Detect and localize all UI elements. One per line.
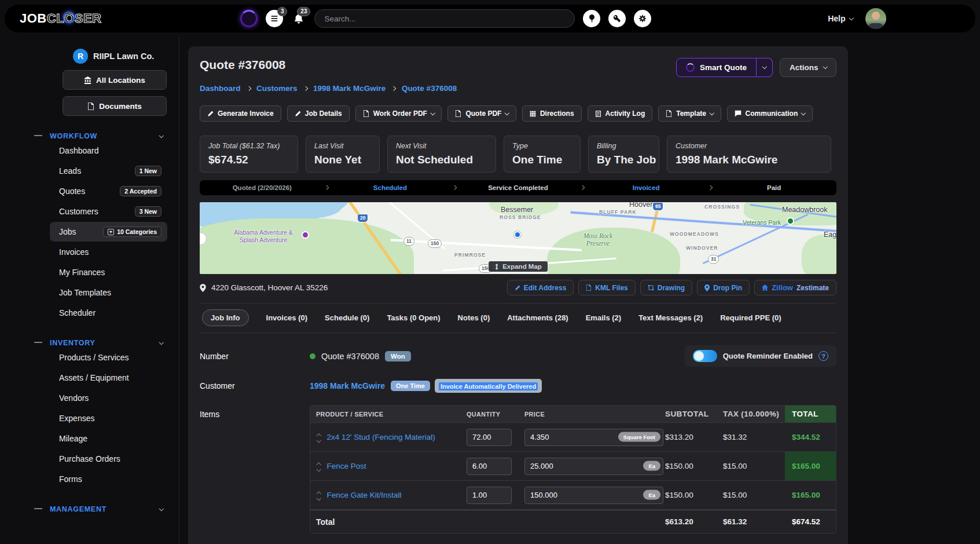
- breadcrumb-quote[interactable]: Quote #376008: [402, 84, 457, 93]
- section-workflow[interactable]: WORKFLOW: [50, 132, 167, 140]
- toolbar: Generate Invoice Job Details Work Order …: [200, 105, 836, 122]
- sidebar-item-my-finances[interactable]: My Finances: [50, 262, 167, 282]
- sidebar-item-assets-equipment[interactable]: Assets / Equipment: [50, 368, 167, 388]
- map-label: Bessemer: [501, 206, 533, 214]
- smart-quote-main[interactable]: Smart Quote: [676, 58, 757, 77]
- quantity-input[interactable]: [467, 487, 512, 504]
- document-icon: [87, 103, 94, 110]
- pipeline-paid[interactable]: Paid: [711, 184, 836, 191]
- chevron-right-icon: [246, 86, 251, 91]
- sidebar-item-products-services[interactable]: Products / Services: [50, 348, 167, 367]
- sidebar-item-invoices[interactable]: Invoices: [50, 242, 167, 262]
- job-location-marker[interactable]: [514, 231, 521, 238]
- tab-required-ppe[interactable]: Required PPE (0): [720, 310, 781, 326]
- tab-invoices[interactable]: Invoices (0): [266, 310, 308, 326]
- zillow-zestimate-button[interactable]: Zillow Zestimate: [754, 280, 836, 295]
- customer-link[interactable]: 1998 Mark McGwire: [310, 381, 385, 390]
- quote-pdf-button[interactable]: Quote PDF: [447, 105, 516, 122]
- kml-files-button[interactable]: KML Files: [578, 280, 635, 295]
- breadcrumb-dashboard[interactable]: Dashboard: [200, 84, 241, 93]
- reorder-handle[interactable]: [316, 491, 321, 499]
- directions-button[interactable]: Directions: [522, 105, 582, 122]
- queue-button[interactable]: 3: [266, 10, 283, 27]
- pipeline-scheduled[interactable]: Scheduled: [328, 184, 453, 191]
- recording-ring-icon[interactable]: [240, 10, 258, 27]
- product-link[interactable]: Fence Post: [327, 462, 366, 470]
- tab-emails[interactable]: Emails (2): [586, 310, 621, 326]
- sidebar-item-expenses[interactable]: Expenses: [50, 408, 167, 428]
- pipeline-invoiced[interactable]: Invoiced: [583, 184, 709, 191]
- settings-button[interactable]: [634, 10, 651, 27]
- quote-reminder-toggle[interactable]: [693, 350, 717, 362]
- navbar-right: Help: [828, 8, 886, 29]
- breadcrumb-customers[interactable]: Customers: [256, 84, 298, 93]
- key-button[interactable]: [608, 10, 626, 27]
- price-input[interactable]: [524, 458, 663, 475]
- smart-quote-button[interactable]: Smart Quote: [676, 58, 773, 77]
- notifications-button[interactable]: 23: [291, 10, 306, 27]
- park-icon[interactable]: [787, 217, 794, 225]
- drop-pin-button[interactable]: Drop Pin: [697, 280, 750, 295]
- lightbulb-button[interactable]: [583, 10, 600, 27]
- sidebar-item-purchase-orders[interactable]: Purchase Orders: [50, 449, 167, 469]
- app-logo[interactable]: JOBCLOSER: [20, 11, 101, 26]
- reorder-handle[interactable]: [316, 462, 321, 470]
- chevron-down-icon: [431, 111, 435, 115]
- activity-log-button[interactable]: Activity Log: [588, 105, 653, 122]
- sidebar-item-customers[interactable]: Customers3 New: [50, 202, 167, 221]
- documents-button[interactable]: Documents: [63, 96, 167, 116]
- tab-text-messages[interactable]: Text Messages (2): [638, 310, 703, 326]
- tab-tasks[interactable]: Tasks (0 Open): [387, 310, 440, 326]
- road-shield: 11: [403, 237, 414, 246]
- attraction-icon[interactable]: [302, 231, 309, 239]
- sidebar-item-job-templates[interactable]: Job Templates: [50, 283, 167, 302]
- pipeline-service-completed[interactable]: Service Completed: [456, 184, 581, 191]
- search-input[interactable]: [314, 9, 575, 28]
- price-input[interactable]: [524, 487, 663, 504]
- job-details-button[interactable]: Job Details: [287, 105, 350, 122]
- product-link[interactable]: Fence Gate Kit/Install: [327, 491, 402, 499]
- edit-address-button[interactable]: Edit Address: [507, 280, 574, 295]
- expand-arrows-icon: [494, 264, 499, 270]
- product-link[interactable]: 2x4 12' Stud (Fencing Material): [327, 433, 435, 441]
- tab-attachments[interactable]: Attachments (28): [507, 310, 568, 326]
- smart-quote-caret[interactable]: [757, 58, 773, 77]
- template-button[interactable]: Template: [658, 105, 721, 122]
- status-dot-icon: [310, 353, 315, 359]
- key-icon: [613, 14, 621, 23]
- drawing-button[interactable]: Drawing: [640, 280, 692, 295]
- subtotal-total: $613.20: [663, 517, 721, 526]
- tab-schedule[interactable]: Schedule (0): [325, 310, 369, 326]
- quantity-input[interactable]: [467, 429, 512, 446]
- stat-billing: Billing By The Job: [588, 136, 659, 173]
- sidebar-item-dashboard[interactable]: Dashboard: [50, 141, 167, 160]
- sidebar-item-quotes[interactable]: Quotes2 Accepted: [50, 181, 167, 201]
- all-locations-button[interactable]: All Locations: [63, 70, 167, 90]
- pipeline-quoted[interactable]: Quoted (2/20/2026): [200, 184, 325, 191]
- actions-button[interactable]: Actions: [780, 58, 836, 77]
- sidebar-item-vendors[interactable]: Vendors: [50, 388, 167, 408]
- user-avatar[interactable]: [865, 8, 886, 29]
- section-management[interactable]: MANAGEMENT: [50, 505, 167, 513]
- quantity-input[interactable]: [467, 458, 512, 475]
- tab-job-info[interactable]: Job Info: [202, 309, 249, 326]
- company-switcher[interactable]: R RIIPL Lawn Co.: [73, 49, 167, 64]
- help-circle-icon[interactable]: ?: [818, 351, 828, 361]
- sidebar-item-forms[interactable]: Forms: [50, 469, 167, 489]
- expand-map-button[interactable]: Expand Map: [488, 261, 548, 272]
- communication-button[interactable]: Communication: [727, 105, 813, 122]
- sidebar-item-mileage[interactable]: Mileage: [50, 429, 167, 448]
- sidebar-item-leads[interactable]: Leads1 New: [50, 161, 167, 181]
- work-order-pdf-button[interactable]: Work Order PDF: [355, 105, 442, 122]
- sidebar-item-scheduler[interactable]: Scheduler: [50, 303, 167, 323]
- breadcrumb-customer-name[interactable]: 1998 Mark McGwire: [313, 84, 386, 93]
- map[interactable]: BessemerAlabama Adventure & Splash Adven…: [200, 202, 836, 274]
- generate-invoice-button[interactable]: Generate Invoice: [200, 105, 281, 122]
- page-title: Quote #376008: [200, 58, 285, 72]
- help-menu[interactable]: Help: [828, 14, 853, 23]
- reorder-handle[interactable]: [316, 433, 321, 441]
- sidebar-item-jobs[interactable]: Jobs10 Categories: [50, 222, 167, 242]
- tab-notes[interactable]: Notes (0): [458, 310, 490, 326]
- section-inventory[interactable]: INVENTORY: [50, 339, 167, 347]
- company-name: RIIPL Lawn Co.: [93, 52, 154, 61]
